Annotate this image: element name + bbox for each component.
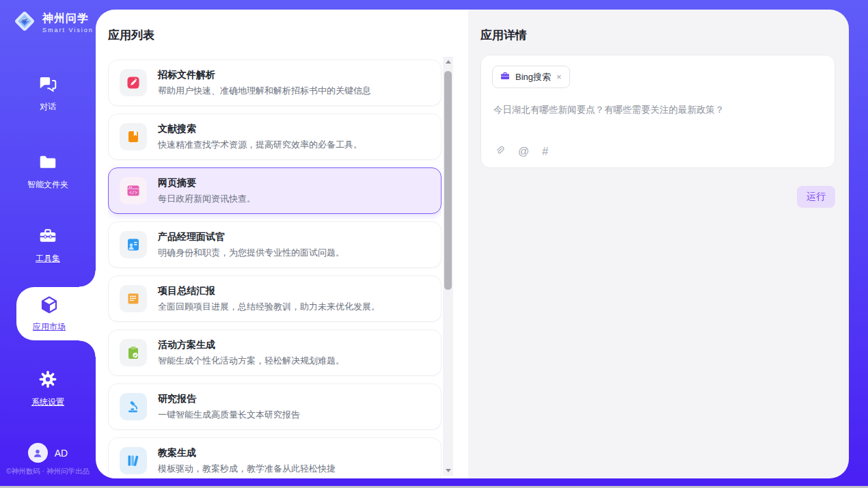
- books-icon: [120, 447, 147, 474]
- input-toolbar: @ #: [493, 145, 548, 159]
- close-icon[interactable]: ×: [556, 72, 562, 82]
- app-card-desc: 一键智能生成高质量长文本研究报告: [158, 409, 300, 421]
- book-icon: [120, 123, 147, 150]
- clipboard-check-icon: [120, 339, 147, 366]
- briefcase-icon: [500, 70, 511, 83]
- cube-icon: [39, 295, 59, 318]
- app-card[interactable]: 研究报告 一键智能生成高质量长文本研究报告: [108, 383, 442, 430]
- microscope-icon: [120, 393, 147, 420]
- app-card-desc: 每日政府新闻资讯快查。: [158, 193, 256, 205]
- sidebar-item-label: 工具集: [36, 253, 60, 265]
- folder-icon: [38, 152, 58, 174]
- app-detail-panel: 应用详情 Bing搜索 × 今日湖北有哪些新闻要点？有哪些需要关注的最新政策？: [468, 10, 849, 478]
- app-card-title: 文献搜索: [158, 123, 362, 135]
- app-card-selected[interactable]: </> 网页摘要 每日政府新闻资讯快查。: [108, 167, 442, 214]
- app-card[interactable]: 招标文件解析 帮助用户快速、准确地理解和解析招标书中的关键信息: [108, 59, 442, 106]
- app-card[interactable]: 文献搜索 快速精准查找学术资源，提高研究效率的必备工具。: [108, 113, 442, 160]
- brand-subtitle: Smart Vision: [42, 27, 94, 33]
- app-card-title: 项目总结汇报: [158, 285, 380, 297]
- app-card-desc: 明确身份和职责，为您提供专业性的面试问题。: [158, 247, 344, 259]
- user-initials: AD: [55, 448, 68, 459]
- sidebar-item-label: 应用市场: [33, 321, 66, 333]
- app-card[interactable]: 产品经理面试官 明确身份和职责，为您提供专业性的面试问题。: [108, 221, 442, 268]
- sidebar-item-chat[interactable]: 对话: [0, 74, 96, 113]
- active-tab-top-curve: [79, 271, 96, 287]
- sidebar-item-label: 系统设置: [31, 396, 64, 408]
- doc-edit-icon: [120, 69, 147, 96]
- scroll-down-icon[interactable]: [443, 465, 453, 476]
- app-card[interactable]: 教案生成 模板驱动，教案秒成，教学准备从此轻松快捷: [108, 437, 442, 478]
- at-mention-icon[interactable]: @: [518, 146, 529, 157]
- app-detail-title: 应用详情: [480, 27, 527, 43]
- app-card-desc: 帮助用户快速、准确地理解和解析招标书中的关键信息: [158, 85, 371, 97]
- sidebar-item-toolset[interactable]: 工具集: [0, 226, 96, 265]
- tool-chip-bing-search[interactable]: Bing搜索 ×: [492, 66, 570, 88]
- toolbox-icon: [38, 226, 58, 248]
- app-logo: 神州问学 Smart Vision: [12, 9, 94, 36]
- sidebar-item-app-market[interactable]: 应用市场: [16, 287, 96, 340]
- app-card-desc: 全面回顾项目进展，总结经验教训，助力未来优化发展。: [158, 301, 380, 313]
- app-card-title: 招标文件解析: [158, 69, 371, 81]
- app-card-desc: 快速精准查找学术资源，提高研究效率的必备工具。: [158, 139, 362, 151]
- prompt-input[interactable]: 今日湖北有哪些新闻要点？有哪些需要关注的最新政策？: [493, 103, 822, 117]
- hashtag-icon[interactable]: #: [542, 146, 548, 157]
- tool-chip-label: Bing搜索: [515, 71, 551, 83]
- app-card[interactable]: 项目总结汇报 全面回顾项目进展，总结经验教训，助力未来优化发展。: [108, 275, 442, 322]
- user-account[interactable]: AD: [0, 443, 96, 463]
- person-doc-icon: [120, 231, 147, 258]
- sidebar: 神州问学 Smart Vision 对话 智能文件夹: [0, 0, 96, 488]
- app-card-list: 招标文件解析 帮助用户快速、准确地理解和解析招标书中的关键信息 文献搜索 快速精…: [108, 59, 442, 478]
- diamond-logo-icon: [12, 9, 37, 36]
- svg-text:</>: </>: [129, 191, 137, 195]
- note-icon: [120, 285, 147, 312]
- app-list-title: 应用列表: [108, 27, 154, 43]
- sidebar-item-smart-folders[interactable]: 智能文件夹: [0, 152, 96, 191]
- run-button[interactable]: 运行: [797, 186, 835, 208]
- sidebar-item-label: 智能文件夹: [27, 179, 68, 191]
- app-card-title: 研究报告: [158, 393, 300, 405]
- app-card-desc: 智能生成个性化活动方案，轻松解决规划难题。: [158, 355, 344, 367]
- brand-name: 神州问学: [42, 12, 94, 26]
- app-card-title: 活动方案生成: [158, 339, 344, 351]
- prompt-card: Bing搜索 × 今日湖北有哪些新闻要点？有哪些需要关注的最新政策？ @ #: [480, 55, 835, 168]
- list-scrollbar[interactable]: [443, 57, 453, 476]
- app-card-title: 网页摘要: [158, 177, 256, 189]
- browser-code-icon: </>: [120, 177, 147, 204]
- main-content: 应用列表 招标文件解析 帮助用户快速、准确地理解和解析招标书中的关键信息: [96, 10, 849, 478]
- scrollbar-thumb[interactable]: [444, 71, 452, 290]
- active-tab-bottom-curve: [79, 340, 96, 357]
- chat-icon: [38, 74, 58, 96]
- paperclip-icon[interactable]: [493, 145, 505, 159]
- app-card-desc: 模板驱动，教案秒成，教学准备从此轻松快捷: [158, 463, 336, 475]
- app-card[interactable]: 活动方案生成 智能生成个性化活动方案，轻松解决规划难题。: [108, 329, 442, 376]
- app-list-panel: 应用列表 招标文件解析 帮助用户快速、准确地理解和解析招标书中的关键信息: [96, 10, 468, 478]
- app-card-title: 产品经理面试官: [158, 231, 344, 243]
- copyright-footer: ©神州数码 · 神州问学出品: [0, 467, 96, 476]
- app-card-title: 教案生成: [158, 447, 336, 459]
- gear-icon: [38, 369, 58, 392]
- avatar: [28, 443, 48, 463]
- sidebar-item-settings[interactable]: 系统设置: [0, 369, 96, 408]
- person-icon: [31, 447, 44, 459]
- scroll-up-icon[interactable]: [443, 57, 453, 67]
- sidebar-item-label: 对话: [40, 101, 56, 113]
